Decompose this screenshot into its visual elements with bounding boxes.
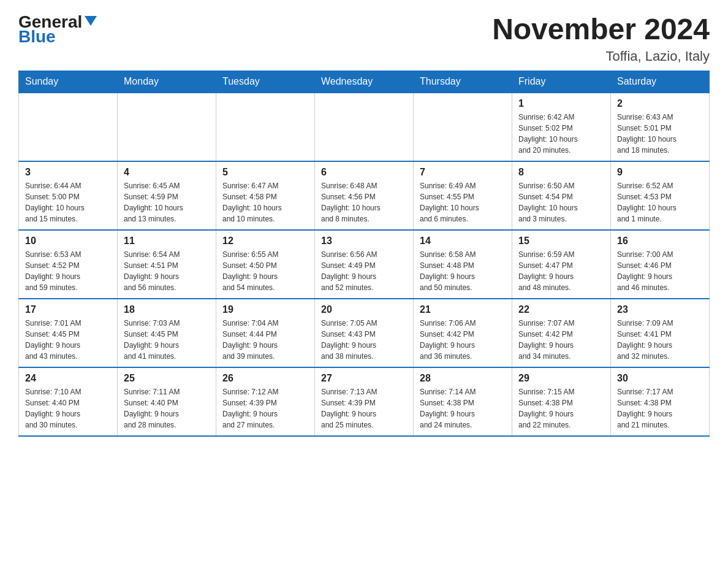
day-info: Sunrise: 7:10 AM Sunset: 4:40 PM Dayligh… (25, 386, 111, 431)
calendar-cell: 10Sunrise: 6:53 AM Sunset: 4:52 PM Dayli… (19, 230, 118, 299)
day-info: Sunrise: 7:03 AM Sunset: 4:45 PM Dayligh… (124, 318, 210, 362)
calendar-cell: 8Sunrise: 6:50 AM Sunset: 4:54 PM Daylig… (512, 161, 611, 230)
day-number: 3 (25, 167, 111, 178)
calendar-cell: 16Sunrise: 7:00 AM Sunset: 4:46 PM Dayli… (611, 230, 710, 299)
day-number: 18 (124, 304, 210, 315)
calendar-cell: 9Sunrise: 6:52 AM Sunset: 4:53 PM Daylig… (611, 161, 710, 230)
day-info: Sunrise: 7:09 AM Sunset: 4:41 PM Dayligh… (617, 318, 703, 362)
calendar-cell: 17Sunrise: 7:01 AM Sunset: 4:45 PM Dayli… (19, 299, 118, 367)
day-number: 2 (617, 98, 703, 109)
calendar-cell: 12Sunrise: 6:55 AM Sunset: 4:50 PM Dayli… (216, 230, 315, 299)
calendar-cell: 5Sunrise: 6:47 AM Sunset: 4:58 PM Daylig… (216, 161, 315, 230)
day-of-week-header: Wednesday (315, 71, 414, 93)
calendar-week-row: 24Sunrise: 7:10 AM Sunset: 4:40 PM Dayli… (19, 367, 710, 436)
day-of-week-header: Tuesday (216, 71, 315, 93)
calendar-cell: 3Sunrise: 6:44 AM Sunset: 5:00 PM Daylig… (19, 161, 118, 230)
day-info: Sunrise: 6:56 AM Sunset: 4:49 PM Dayligh… (321, 249, 407, 293)
calendar-week-row: 1Sunrise: 6:42 AM Sunset: 5:02 PM Daylig… (19, 93, 710, 161)
calendar-cell: 14Sunrise: 6:58 AM Sunset: 4:48 PM Dayli… (414, 230, 512, 299)
calendar-cell (414, 93, 512, 161)
day-number: 29 (518, 373, 604, 384)
title-block: November 2024 Toffia, Lazio, Italy (492, 12, 710, 64)
day-info: Sunrise: 7:13 AM Sunset: 4:39 PM Dayligh… (321, 386, 407, 431)
calendar-cell: 27Sunrise: 7:13 AM Sunset: 4:39 PM Dayli… (315, 367, 414, 436)
day-of-week-header: Friday (512, 71, 611, 93)
day-of-week-header: Saturday (611, 71, 710, 93)
day-number: 11 (124, 236, 210, 247)
day-info: Sunrise: 7:01 AM Sunset: 4:45 PM Dayligh… (25, 318, 111, 362)
day-number: 7 (420, 167, 506, 178)
calendar-week-row: 3Sunrise: 6:44 AM Sunset: 5:00 PM Daylig… (19, 161, 710, 230)
calendar-cell (315, 93, 414, 161)
day-number: 6 (321, 167, 407, 178)
day-info: Sunrise: 7:14 AM Sunset: 4:38 PM Dayligh… (420, 386, 506, 431)
logo-blue-text: Blue (18, 27, 56, 47)
day-info: Sunrise: 7:17 AM Sunset: 4:38 PM Dayligh… (617, 386, 703, 431)
day-number: 14 (420, 236, 506, 247)
page-header: General Blue November 2024 Toffia, Lazio… (18, 12, 710, 64)
day-number: 4 (124, 167, 210, 178)
day-info: Sunrise: 7:11 AM Sunset: 4:40 PM Dayligh… (124, 386, 210, 431)
calendar-cell: 21Sunrise: 7:06 AM Sunset: 4:42 PM Dayli… (414, 299, 512, 367)
day-of-week-header: Sunday (19, 71, 118, 93)
day-info: Sunrise: 7:00 AM Sunset: 4:46 PM Dayligh… (617, 249, 703, 293)
day-info: Sunrise: 7:12 AM Sunset: 4:39 PM Dayligh… (222, 386, 308, 431)
day-number: 12 (222, 236, 308, 247)
day-info: Sunrise: 6:58 AM Sunset: 4:48 PM Dayligh… (420, 249, 506, 293)
day-number: 28 (420, 373, 506, 384)
day-info: Sunrise: 6:47 AM Sunset: 4:58 PM Dayligh… (222, 180, 308, 224)
day-number: 20 (321, 304, 407, 315)
calendar-cell: 28Sunrise: 7:14 AM Sunset: 4:38 PM Dayli… (414, 367, 512, 436)
calendar-week-row: 17Sunrise: 7:01 AM Sunset: 4:45 PM Dayli… (19, 299, 710, 367)
day-info: Sunrise: 6:54 AM Sunset: 4:51 PM Dayligh… (124, 249, 210, 293)
calendar-cell: 20Sunrise: 7:05 AM Sunset: 4:43 PM Dayli… (315, 299, 414, 367)
calendar-header-row: SundayMondayTuesdayWednesdayThursdayFrid… (19, 71, 710, 93)
calendar-cell: 13Sunrise: 6:56 AM Sunset: 4:49 PM Dayli… (315, 230, 414, 299)
day-number: 15 (518, 236, 604, 247)
day-of-week-header: Monday (118, 71, 216, 93)
calendar-cell: 29Sunrise: 7:15 AM Sunset: 4:38 PM Dayli… (512, 367, 611, 436)
day-info: Sunrise: 6:50 AM Sunset: 4:54 PM Dayligh… (518, 180, 604, 224)
calendar-cell: 4Sunrise: 6:45 AM Sunset: 4:59 PM Daylig… (118, 161, 216, 230)
day-number: 27 (321, 373, 407, 384)
day-info: Sunrise: 6:53 AM Sunset: 4:52 PM Dayligh… (25, 249, 111, 293)
day-number: 21 (420, 304, 506, 315)
calendar-cell: 1Sunrise: 6:42 AM Sunset: 5:02 PM Daylig… (512, 93, 611, 161)
calendar-subtitle: Toffia, Lazio, Italy (492, 48, 710, 64)
day-number: 1 (518, 98, 604, 109)
calendar-cell: 25Sunrise: 7:11 AM Sunset: 4:40 PM Dayli… (118, 367, 216, 436)
day-info: Sunrise: 7:05 AM Sunset: 4:43 PM Dayligh… (321, 318, 407, 362)
day-info: Sunrise: 7:06 AM Sunset: 4:42 PM Dayligh… (420, 318, 506, 362)
day-number: 9 (617, 167, 703, 178)
day-info: Sunrise: 6:43 AM Sunset: 5:01 PM Dayligh… (617, 112, 703, 156)
calendar-cell: 18Sunrise: 7:03 AM Sunset: 4:45 PM Dayli… (118, 299, 216, 367)
day-info: Sunrise: 6:55 AM Sunset: 4:50 PM Dayligh… (222, 249, 308, 293)
calendar-cell: 6Sunrise: 6:48 AM Sunset: 4:56 PM Daylig… (315, 161, 414, 230)
day-of-week-header: Thursday (414, 71, 512, 93)
day-number: 26 (222, 373, 308, 384)
calendar-cell: 19Sunrise: 7:04 AM Sunset: 4:44 PM Dayli… (216, 299, 315, 367)
day-number: 30 (617, 373, 703, 384)
day-info: Sunrise: 6:52 AM Sunset: 4:53 PM Dayligh… (617, 180, 703, 224)
calendar-cell: 24Sunrise: 7:10 AM Sunset: 4:40 PM Dayli… (19, 367, 118, 436)
day-info: Sunrise: 6:42 AM Sunset: 5:02 PM Dayligh… (518, 112, 604, 156)
calendar-cell: 11Sunrise: 6:54 AM Sunset: 4:51 PM Dayli… (118, 230, 216, 299)
day-number: 13 (321, 236, 407, 247)
day-info: Sunrise: 7:15 AM Sunset: 4:38 PM Dayligh… (518, 386, 604, 431)
calendar-cell: 23Sunrise: 7:09 AM Sunset: 4:41 PM Dayli… (611, 299, 710, 367)
day-number: 23 (617, 304, 703, 315)
day-info: Sunrise: 6:45 AM Sunset: 4:59 PM Dayligh… (124, 180, 210, 224)
calendar-cell (216, 93, 315, 161)
calendar-week-row: 10Sunrise: 6:53 AM Sunset: 4:52 PM Dayli… (19, 230, 710, 299)
calendar-cell: 26Sunrise: 7:12 AM Sunset: 4:39 PM Dayli… (216, 367, 315, 436)
calendar-cell (19, 93, 118, 161)
day-info: Sunrise: 7:07 AM Sunset: 4:42 PM Dayligh… (518, 318, 604, 362)
day-number: 17 (25, 304, 111, 315)
day-number: 24 (25, 373, 111, 384)
calendar-title: November 2024 (492, 12, 710, 46)
calendar-cell (118, 93, 216, 161)
calendar-cell: 30Sunrise: 7:17 AM Sunset: 4:38 PM Dayli… (611, 367, 710, 436)
logo-triangle-icon (85, 16, 97, 26)
calendar-cell: 22Sunrise: 7:07 AM Sunset: 4:42 PM Dayli… (512, 299, 611, 367)
day-number: 25 (124, 373, 210, 384)
